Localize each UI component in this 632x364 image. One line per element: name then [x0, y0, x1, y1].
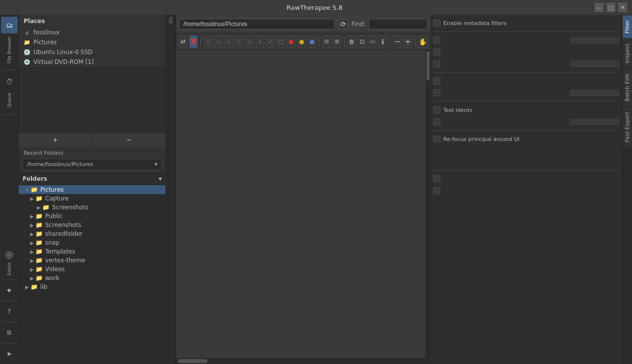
info-button[interactable]: ℹ	[378, 35, 387, 48]
file-browser-icon-btn[interactable]: 🗂	[1, 17, 18, 33]
horizontal-scrollbar[interactable]	[176, 358, 431, 364]
editor-icon-btn[interactable]: ◎	[1, 246, 18, 262]
place-label-pictures: Pictures	[33, 39, 57, 46]
tree-label-lib: lib	[40, 283, 166, 290]
queue-icon-btn[interactable]: ⏱	[1, 73, 18, 90]
check2-button[interactable]: ✓	[266, 35, 275, 48]
folder-icon-snap: 📁	[35, 239, 43, 246]
filter-checkbox-8[interactable]	[433, 118, 440, 125]
single-view-button[interactable]: ▭	[368, 35, 376, 48]
filter-checkbox-9[interactable]	[433, 136, 440, 142]
star5-button[interactable]: ☆	[245, 35, 254, 48]
inspect-tab[interactable]: Inspect	[623, 38, 632, 68]
place-item-ubuntu-ssd[interactable]: 💽 Ubuntu Linux-0 SSD	[19, 47, 166, 57]
circle-red-button[interactable]: ●	[287, 35, 295, 48]
filter-row-3	[433, 48, 619, 56]
add-place-button[interactable]: +	[19, 133, 92, 147]
tree-item-vertex-theme[interactable]: ▶ 📁 vertex-theme	[19, 256, 166, 265]
filter-bar-4	[570, 61, 619, 67]
queue-label[interactable]: Queue	[7, 93, 12, 108]
send-icon-btn[interactable]: ➤	[1, 345, 18, 362]
maximize-button[interactable]: □	[606, 3, 615, 12]
filter-checkbox-2[interactable]	[433, 37, 440, 44]
filter-checkbox-7[interactable]	[433, 107, 440, 113]
place-item-dvd[interactable]: 💿 Virtual DVD-ROM [1]	[19, 57, 166, 67]
tree-arrow-videos: ▶	[29, 267, 35, 272]
folders-header[interactable]: Folders ▾	[19, 173, 166, 184]
editor-label[interactable]: Editor	[7, 262, 12, 276]
grid-icon-btn[interactable]: ⊞	[1, 324, 18, 341]
filter-divider-2	[433, 72, 619, 73]
vertical-scrollbar[interactable]	[426, 50, 431, 358]
remove-place-button[interactable]: −	[92, 133, 166, 147]
recent-folders-dropdown[interactable]: /home/fosslinux/Pictures ▾	[23, 159, 162, 170]
tree-item-lib[interactable]: ▶ 📁 lib	[19, 282, 166, 291]
filter-row-10	[433, 174, 619, 183]
star3-button[interactable]: ☆	[225, 35, 233, 48]
filter-button[interactable]	[189, 35, 198, 48]
tree-item-sharedfolder[interactable]: ▶ 📁 sharedfolder	[19, 229, 166, 238]
tree-item-work[interactable]: ▶ 📁 work	[19, 274, 166, 282]
window-title: RawTherapee 5.8	[34, 4, 595, 11]
star1-button[interactable]: ☆	[204, 35, 212, 48]
file-browser-label[interactable]: File Browser	[7, 36, 12, 63]
tree-item-pictures[interactable]: ▾ 📁 Pictures	[19, 185, 166, 194]
filter-checkbox-1[interactable]	[433, 20, 440, 27]
batch-edit-tab[interactable]: Batch Edit	[623, 68, 632, 106]
tree-item-snap[interactable]: ▶ 📁 snap	[19, 238, 166, 247]
fast-export-tab[interactable]: Fast Export	[623, 107, 632, 147]
place-item-pictures[interactable]: 📁 Pictures	[19, 37, 166, 47]
tree-label-templates: Templates	[45, 248, 166, 255]
sep4	[390, 37, 391, 47]
check1-button[interactable]: ✓	[256, 35, 264, 48]
zoom-in-button[interactable]: +	[403, 35, 412, 48]
place-item-fosslinux[interactable]: ⌂ fosslinux	[19, 28, 166, 37]
filter-row-4	[433, 59, 619, 68]
tree-item-capture[interactable]: ▶ 📁 Capture	[19, 194, 166, 203]
copy-button[interactable]: ⊡	[358, 35, 366, 48]
refresh-button[interactable]: ⟳	[338, 19, 348, 29]
filter-checkbox-4[interactable]	[433, 60, 440, 67]
filter-checkbox-10[interactable]	[433, 175, 440, 182]
thumb-small-button[interactable]: ⊟	[322, 35, 331, 48]
delete-button[interactable]: 🗑	[347, 35, 356, 48]
filter-checkbox-5[interactable]	[433, 78, 440, 84]
tree-arrow-lib: ▶	[24, 284, 30, 290]
tree-item-screenshots-sub[interactable]: ▶ 📁 Screenshots	[19, 203, 166, 212]
filter-checkbox-6[interactable]	[433, 89, 440, 96]
tree-item-public[interactable]: ▶ 📁 Public	[19, 212, 166, 221]
filter-bar-6	[570, 90, 619, 96]
sep2	[319, 37, 319, 47]
circle-yellow-button[interactable]: ●	[297, 35, 306, 48]
circle-none-button[interactable]: ○	[277, 35, 285, 48]
minimize-button[interactable]: —	[595, 3, 603, 12]
star-icon-btn[interactable]: ✦	[1, 282, 18, 299]
path-input[interactable]	[179, 19, 335, 29]
tree-item-videos[interactable]: ▶ 📁 Videos	[19, 265, 166, 274]
filter-label-7: Test idents	[443, 107, 619, 113]
close-button[interactable]: ✕	[618, 3, 627, 12]
star2-button[interactable]: ☆	[214, 35, 223, 48]
home-icon: ⌂	[24, 29, 30, 36]
thumb-large-button[interactable]: ⊞	[333, 35, 341, 48]
tree-arrow-sharedfolder: ▶	[29, 231, 35, 237]
add-remove-bar: + −	[19, 133, 166, 147]
find-input[interactable]	[369, 19, 428, 29]
filter-checkbox-11[interactable]	[433, 187, 440, 194]
tree-label-vertex-theme: vertex-theme	[45, 257, 166, 264]
question-icon-btn[interactable]: ?	[1, 303, 18, 320]
top-toolbar: ⟳ Find:	[176, 15, 431, 33]
star4-button[interactable]: ☆	[235, 35, 243, 48]
pan-button[interactable]: ✋	[418, 35, 428, 48]
tree-item-screenshots[interactable]: ▶ 📁 Screenshots	[19, 221, 166, 229]
tree-item-templates[interactable]: ▶ 📁 Templates	[19, 247, 166, 256]
place-label-fosslinux: fosslinux	[33, 29, 59, 36]
folder-icon-screenshots-sub: 📁	[42, 204, 50, 211]
right-content: Enable metadata filters	[431, 15, 622, 364]
folder-icon-public: 📁	[35, 213, 43, 220]
move-sort-button[interactable]: ⇄	[179, 35, 187, 48]
filter-checkbox-3[interactable]	[433, 49, 440, 56]
filter-tab[interactable]: Filter	[623, 15, 632, 38]
zoom-out-button[interactable]: −	[393, 35, 402, 48]
circle-blue-button[interactable]: ●	[308, 35, 316, 48]
